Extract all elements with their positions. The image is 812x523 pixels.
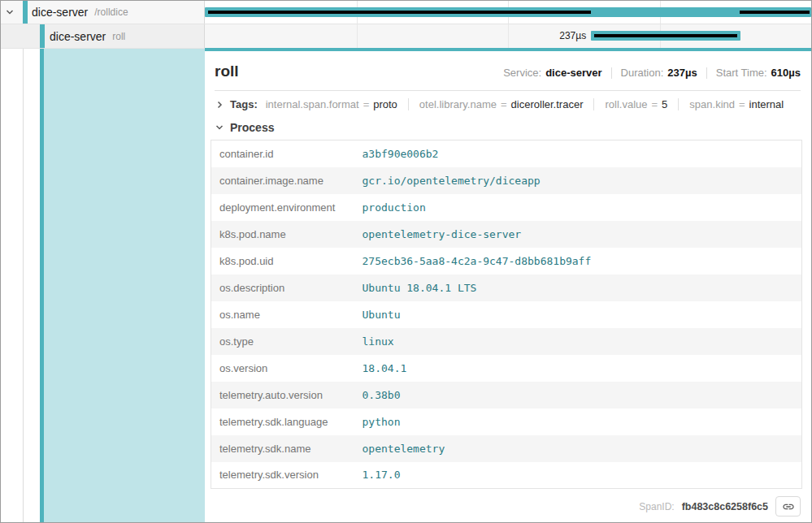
table-row: telemetry.sdk.languagepython [211,408,802,435]
table-row: deployment.environmentproduction [211,194,802,221]
process-value: Ubuntu 18.04.1 LTS [354,274,802,301]
timeline-gridline [357,24,358,48]
tag-key: span.kind [689,98,735,110]
span-name-cell[interactable]: dice-server /rolldice [1,1,205,24]
process-key: telemetry.auto.version [211,382,354,408]
process-value: 275ecb36-5aa8-4c2a-9c47-d8bb681b9aff [354,248,802,274]
span-row-roll-selected[interactable]: dice-server roll 237µs [1,24,811,48]
duration-label: Duration: [621,67,664,79]
link-icon [782,500,795,513]
span-operation-name: roll [112,31,125,42]
process-key: container.id [211,140,354,167]
table-row: telemetry.auto.version0.38b0 [211,382,802,408]
child-duration-label: 237µs [559,30,586,41]
tag-item: internal.span.format = proto [266,98,397,110]
chevron-right-icon [215,100,224,110]
table-row: os.nameUbuntu [211,301,802,328]
tag-equals: = [652,98,658,110]
span-detail-indent-guides [1,48,205,522]
collapse-children-button[interactable] [1,7,19,17]
span-detail-header: roll Service: dice-server Duration: 237µ… [205,51,811,80]
span-detail-panel: roll Service: dice-server Duration: 237µ… [205,48,811,522]
tag-item: roll.value = 5 [593,98,667,110]
table-row: k8s.pod.uid275ecb36-5aa8-4c2a-9c47-d8bb6… [211,248,802,274]
span-detail-footer: SpanID: fb483c8c6258f6c5 [205,496,801,517]
process-value: python [354,408,802,435]
process-value: 0.38b0 [354,382,802,408]
service-label: Service: [503,67,541,79]
table-row: container.ida3bf90e006b2 [211,140,802,167]
meta-separator [706,67,707,79]
start-time-value: 610µs [771,67,801,79]
tag-item: span.kind = internal [678,98,784,110]
process-section-label: Process [230,121,274,134]
span-service-name: dice-server [32,6,88,19]
table-row: os.descriptionUbuntu 18.04.1 LTS [211,274,802,301]
tags-section-toggle[interactable]: Tags: internal.span.format = proto otel.… [205,91,811,117]
process-key: os.name [211,301,354,328]
process-key: os.description [211,274,354,301]
process-value: Ubuntu [354,301,802,328]
process-value: opentelemetry [354,435,802,462]
tag-equals: = [739,98,745,110]
span-detail-title: roll [215,63,239,80]
spanid-label: SpanID: [639,501,674,512]
span-service-name: dice-server [50,30,106,43]
process-value: linux [354,328,802,355]
table-row: telemetry.sdk.version1.17.0 [211,462,802,489]
indent-guide-line [23,49,24,522]
table-row: container.image.namegcr.io/opentelemetry… [211,167,802,194]
root-span-bar[interactable] [205,7,811,17]
table-row: os.typelinux [211,328,802,355]
process-key: telemetry.sdk.language [211,408,354,435]
process-value: 18.04.1 [354,355,802,382]
process-section-toggle[interactable]: Process [205,117,811,140]
process-key: os.type [211,328,354,355]
child-span-bar[interactable] [591,31,740,41]
tag-value: internal [749,98,784,110]
chevron-down-icon [215,123,224,132]
critical-path-segment-1 [208,11,591,14]
meta-separator [611,67,612,79]
span-detail-meta: Service: dice-server Duration: 237µs Sta… [503,67,801,79]
table-row: telemetry.sdk.nameopentelemetry [211,435,802,462]
process-value: gcr.io/opentelemetry/diceapp [354,167,802,194]
critical-path-child-segment [594,34,737,37]
process-key: os.version [211,355,354,382]
tag-value: proto [373,98,397,110]
tag-item: otel.library.name = diceroller.tracer [408,98,584,110]
tags-list: internal.span.format = proto otel.librar… [266,98,784,110]
process-key: deployment.environment [211,194,354,221]
start-time-label: Start Time: [716,67,767,79]
tag-key: roll.value [605,98,647,110]
chevron-down-icon [5,7,15,17]
span-row-rolldice[interactable]: dice-server /rolldice [1,1,811,24]
spanid-value: fb483c8c6258f6c5 [682,501,768,512]
process-key: k8s.pod.name [211,221,354,248]
trace-timeline-rows: dice-server /rolldice dice-server roll 2… [1,1,811,48]
span-name-cell[interactable]: dice-server roll [1,24,205,48]
critical-path-segment-2 [740,11,810,14]
tag-value: diceroller.tracer [511,98,584,110]
process-key: telemetry.sdk.version [211,462,354,489]
process-key: k8s.pod.uid [211,248,354,274]
process-value: 1.17.0 [354,462,802,489]
process-key-value-table: container.ida3bf90e006b2 container.image… [211,140,802,489]
selected-span-tint [44,49,205,522]
process-key: telemetry.sdk.name [211,435,354,462]
tags-section-label: Tags: [230,98,258,110]
jaeger-span-detail-view: { "trace_view": { "spans": [ { "service"… [0,0,812,523]
span-color-swatch [40,24,45,48]
span-timeline-cell [205,1,811,24]
tag-equals: = [501,98,507,110]
tag-equals: = [363,98,370,110]
tag-key: otel.library.name [419,98,497,110]
service-value: dice-server [545,67,601,79]
span-operation-name: /rolldice [94,6,128,18]
span-color-swatch [23,1,28,24]
process-value: production [354,194,802,221]
process-value: a3bf90e006b2 [354,140,802,167]
table-row: os.version18.04.1 [211,355,802,382]
deep-link-button[interactable] [775,496,801,517]
span-timeline-cell: 237µs [205,24,811,48]
